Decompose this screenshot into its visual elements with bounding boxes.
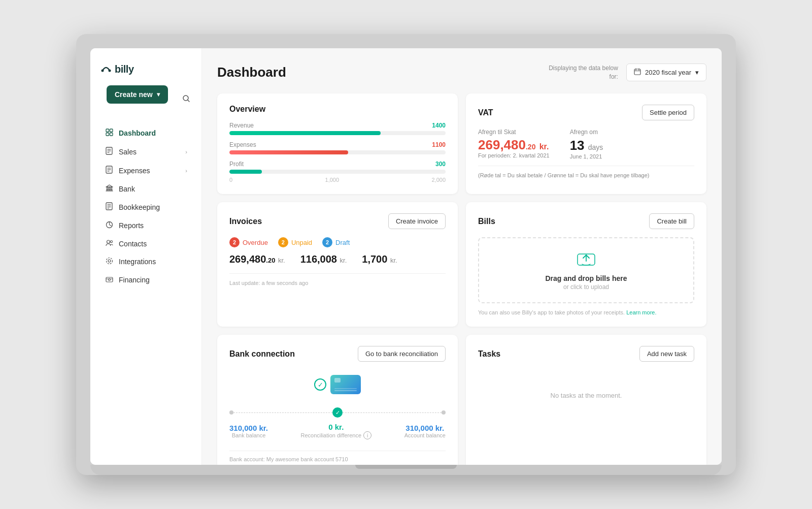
bank-card-header: Bank connection Go to bank reconciliatio…	[229, 346, 446, 362]
svg-point-0	[101, 70, 104, 72]
svg-line-3	[187, 100, 189, 102]
revenue-value: 1400	[432, 122, 446, 129]
calendar-icon	[634, 68, 641, 77]
svg-rect-5	[110, 129, 113, 132]
unpaid-currency: kr.	[340, 257, 347, 264]
sidebar-item-sales-label: Sales	[119, 148, 180, 156]
vat-days: 13 days	[570, 138, 603, 153]
svg-point-28	[107, 240, 110, 243]
financing-icon	[105, 275, 114, 284]
profit-label: Profit	[229, 161, 244, 168]
svg-rect-22	[106, 203, 112, 210]
settle-period-button[interactable]: Settle period	[642, 105, 694, 120]
overview-card-header: Overview	[229, 105, 446, 114]
sidebar-item-contacts[interactable]: Contacts	[94, 235, 197, 252]
afregn-label: Afregn til Skat	[478, 129, 550, 136]
sales-chevron-icon: ›	[185, 149, 187, 155]
expenses-bar-row: Expenses 1100	[229, 141, 446, 154]
svg-marker-16	[106, 185, 113, 187]
sidebar-item-integrations[interactable]: Integrations	[94, 252, 197, 271]
reconciliation-diff-label: Reconciliation difference	[300, 432, 361, 438]
bank-card-visual	[330, 375, 361, 394]
main-content: Dashboard Displaying the data belowfor:	[202, 48, 722, 465]
fiscal-year-button[interactable]: 2020 fiscal year ▾	[626, 63, 706, 81]
bank-dot-right	[442, 410, 446, 415]
draft-currency: kr.	[390, 257, 397, 264]
contacts-icon	[105, 239, 114, 248]
sidebar-item-dashboard-label: Dashboard	[119, 129, 187, 137]
axis-1000: 1,000	[325, 177, 340, 183]
go-to-bank-reconciliation-button[interactable]: Go to bank reconciliation	[358, 346, 446, 362]
overdue-amount-group: 269,480.20 kr.	[229, 253, 285, 265]
svg-rect-6	[106, 133, 109, 136]
svg-rect-18	[109, 187, 110, 190]
invoices-card-header: Invoices Create invoice	[229, 213, 446, 229]
add-new-task-button[interactable]: Add new task	[639, 346, 694, 362]
tasks-card-header: Tasks Add new task	[478, 346, 694, 362]
account-balance-label: Account balance	[404, 432, 446, 438]
info-icon[interactable]: i	[363, 431, 371, 439]
sidebar-item-financing[interactable]: Financing	[94, 271, 197, 289]
account-balance-group: 310,000 kr. Account balance	[404, 424, 446, 438]
sidebar-item-dashboard[interactable]: Dashboard	[94, 124, 197, 142]
svg-rect-7	[110, 133, 113, 136]
sidebar-item-bank[interactable]: Bank	[94, 180, 197, 198]
overdue-label: Overdue	[243, 239, 268, 246]
axis-2000: 2,000	[431, 177, 446, 183]
laptop-base	[90, 465, 722, 475]
vat-days-group: Afregn om 13 days June 1, 2021	[570, 129, 603, 160]
bank-amounts: 310,000 kr. Bank balance 0 kr. Reconcili…	[229, 423, 446, 439]
svg-rect-4	[106, 129, 109, 132]
bills-upload-area[interactable]: Drag and drop bills here or click to upl…	[478, 237, 694, 303]
create-invoice-button[interactable]: Create invoice	[388, 213, 446, 229]
svg-rect-35	[634, 69, 640, 75]
sidebar-item-bank-label: Bank	[119, 185, 187, 193]
afregn-amount-value: 269,480	[478, 137, 526, 152]
cards-grid: Overview Revenue 1400	[217, 93, 706, 465]
afregn-sub: For perioden: 2. kvartal 2021	[478, 152, 550, 158]
afregn-om-label: Afregn om	[570, 129, 603, 136]
bank-check-circle: ✓	[314, 378, 326, 391]
invoices-title: Invoices	[229, 217, 262, 226]
page-title: Dashboard	[217, 65, 286, 80]
create-new-button[interactable]: Create new ▾	[107, 85, 168, 104]
search-button[interactable]	[180, 92, 192, 107]
drag-drop-label: Drag and drop bills here	[545, 274, 627, 282]
svg-point-31	[106, 258, 112, 264]
draft-amount: 1,700	[362, 253, 390, 265]
unpaid-amount: 116,008	[300, 253, 340, 265]
account-balance: 310,000 kr.	[404, 424, 446, 432]
revenue-bar-fill	[229, 131, 381, 135]
unpaid-badge-group: 2 Unpaid	[278, 237, 312, 247]
fiscal-year-chevron-icon: ▾	[695, 69, 699, 76]
axis-labels: 0 1,000 2,000	[229, 177, 446, 183]
create-new-row: Create new ▾	[90, 85, 201, 114]
sidebar-item-bookkeeping[interactable]: Bookkeeping	[94, 198, 197, 216]
sidebar-item-reports[interactable]: Reports	[94, 216, 197, 235]
bank-reconcile-dot: ✓	[332, 407, 343, 418]
learn-more-link[interactable]: Learn more.	[626, 309, 656, 315]
logo-area: billy	[90, 58, 201, 85]
create-bill-button[interactable]: Create bill	[649, 213, 694, 229]
last-update: Last update: a few seconds ago	[229, 273, 446, 286]
sidebar-item-sales[interactable]: Sales ›	[94, 142, 197, 161]
draft-badge-group: 2 Draft	[322, 237, 350, 247]
bank-balance-row: ✓	[229, 407, 446, 418]
svg-rect-32	[106, 277, 113, 282]
vat-title: VAT	[478, 108, 493, 117]
bank-account-name: Bank account: My awesome bank account 57…	[229, 451, 446, 462]
bank-connection-title: Bank connection	[229, 349, 295, 359]
app-name: billy	[115, 63, 134, 75]
expenses-chevron-icon: ›	[185, 168, 187, 174]
or-click-label: or click to upload	[563, 283, 609, 291]
sidebar-item-expenses[interactable]: Expenses ›	[94, 161, 197, 180]
profit-bar-track	[229, 170, 446, 174]
sidebar-nav: Dashboard Sales ›	[90, 124, 201, 289]
bookkeeping-icon	[105, 202, 114, 212]
expenses-bar-fill	[229, 150, 348, 154]
days-label: days	[588, 143, 603, 151]
tasks-empty: No tasks at the moment.	[478, 370, 694, 421]
expenses-label: Expenses	[229, 141, 256, 148]
overview-title: Overview	[229, 105, 265, 114]
reconciliation-diff: 0 kr.	[328, 423, 344, 431]
